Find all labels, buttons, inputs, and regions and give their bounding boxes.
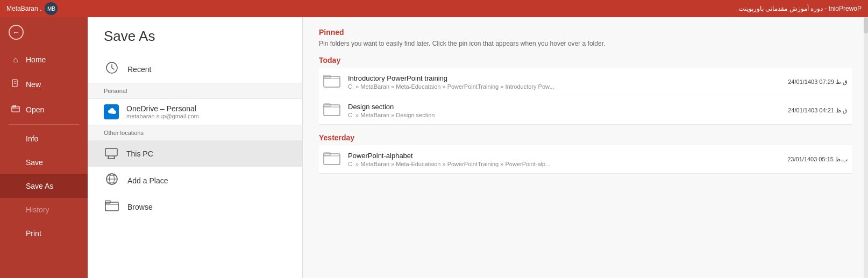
today-title: Today <box>319 56 852 65</box>
folder-path-today1: C: » MetaBaran » Meta-Educataion » Power… <box>348 83 788 90</box>
folder-name-today1: Introductory PowerPoint training <box>348 74 788 82</box>
app-container: ← ⌂ Home New Open Info <box>0 17 868 278</box>
recent-label: Recent <box>127 65 151 74</box>
home-icon: ⌂ <box>11 55 20 64</box>
browse-label: Browse <box>127 203 153 211</box>
svg-rect-6 <box>105 148 117 156</box>
folder-item-today2[interactable]: Design section C: » MetaBaran » Design s… <box>319 96 852 125</box>
sidebar-history-label: History <box>26 205 49 214</box>
scrollbar-thumb[interactable] <box>864 17 868 33</box>
sidebar-item-info[interactable]: Info <box>0 127 88 151</box>
sidebar-item-new[interactable]: New <box>0 72 88 97</box>
sidebar-save-label: Save <box>26 158 43 167</box>
sidebar-new-label: New <box>26 80 41 89</box>
folder-icon-yesterday1 <box>323 151 340 168</box>
sidebar-print-label: Print <box>26 229 41 238</box>
sidebar-item-open[interactable]: Open <box>0 97 88 122</box>
right-panel-wrapper: Pinned Pin folders you want to easily fi… <box>303 17 868 278</box>
right-panel: Pinned Pin folders you want to easily fi… <box>303 17 868 278</box>
location-onedrive[interactable]: OneDrive – Personal metabaran.sup@gmail.… <box>88 99 302 125</box>
folder-info-today1: Introductory PowerPoint training C: » Me… <box>348 74 788 90</box>
folder-path-yesterday1: C: » MetaBaran » Meta-Educataion » Power… <box>348 161 787 167</box>
username-label: MetaBaran . <box>6 5 41 12</box>
sidebar-item-history[interactable]: History <box>0 198 88 222</box>
recent-icon <box>104 61 120 77</box>
sidebar-open-label: Open <box>26 105 44 114</box>
sidebar-divider-1 <box>9 124 79 125</box>
window-title: PowerPoint - دوره آموزش مقدماتی پاورپوین… <box>738 5 862 12</box>
yesterday-title: Yesterday <box>319 133 852 142</box>
location-recent[interactable]: Recent <box>88 55 302 83</box>
titlebar: MetaBaran . MB PowerPoint - دوره آموزش م… <box>0 0 868 17</box>
folder-item-yesterday1[interactable]: PowerPoint-alphabet C: » MetaBaran » Met… <box>319 145 852 174</box>
sidebar-item-home[interactable]: ⌂ Home <box>0 47 88 72</box>
back-button[interactable]: ← <box>0 17 88 47</box>
pinned-title: Pinned <box>319 28 852 37</box>
folder-date-today1: ق.ظ 07:29 24/01/1403 <box>788 79 848 85</box>
folder-item-today1[interactable]: Introductory PowerPoint training C: » Me… <box>319 68 852 96</box>
sidebar-info-label: Info <box>26 134 38 143</box>
onedrive-label: OneDrive – Personal <box>126 104 199 113</box>
other-locations-header: Other locations <box>88 125 302 141</box>
onedrive-email: metabaran.sup@gmail.com <box>126 113 199 119</box>
folder-date-today2: ق.ظ 04:21 24/01/1403 <box>788 107 848 114</box>
thispc-label: This PC <box>126 149 153 158</box>
sidebar-saveas-label: Save As <box>26 182 53 190</box>
sidebar-home-label: Home <box>26 55 46 64</box>
onedrive-icon <box>104 104 119 119</box>
folder-info-yesterday1: PowerPoint-alphabet C: » MetaBaran » Met… <box>348 152 787 167</box>
page-title: Save As <box>88 28 302 55</box>
addplace-label: Add a Place <box>127 176 168 185</box>
sidebar-item-saveas[interactable]: Save As <box>0 174 88 198</box>
folder-icon-today2 <box>323 102 340 119</box>
sidebar-item-save[interactable]: Save <box>0 151 88 174</box>
pinned-desc: Pin folders you want to easily find late… <box>319 40 852 47</box>
addplace-icon <box>104 172 120 189</box>
onedrive-info: OneDrive – Personal metabaran.sup@gmail.… <box>126 104 199 119</box>
folder-name-yesterday1: PowerPoint-alphabet <box>348 152 787 160</box>
folder-path-today2: C: » MetaBaran » Design section <box>348 112 788 118</box>
sidebar: ← ⌂ Home New Open Info <box>0 17 88 278</box>
folder-info-today2: Design section C: » MetaBaran » Design s… <box>348 103 788 118</box>
location-browse[interactable]: Browse <box>88 194 302 219</box>
sidebar-nav: ⌂ Home New Open Info <box>0 47 88 278</box>
user-info: MetaBaran . MB <box>6 2 58 15</box>
location-thispc[interactable]: This PC <box>88 141 302 167</box>
folder-date-yesterday1: ب.ظ 05:15 23/01/1403 <box>787 156 848 163</box>
content-area: Save As Recent Personal <box>88 17 868 278</box>
location-addplace[interactable]: Add a Place <box>88 167 302 194</box>
folder-name-today2: Design section <box>348 103 788 111</box>
personal-header: Personal <box>88 83 302 99</box>
folder-icon-today1 <box>323 73 340 90</box>
sidebar-item-print[interactable]: Print <box>0 222 88 245</box>
browse-icon <box>104 199 120 214</box>
back-icon: ← <box>9 25 24 40</box>
left-panel: Save As Recent Personal <box>88 17 303 278</box>
open-icon <box>11 104 20 115</box>
scrollbar-track[interactable] <box>864 17 868 278</box>
user-avatar: MB <box>45 2 58 15</box>
thispc-icon <box>104 146 119 161</box>
new-icon <box>11 79 20 89</box>
